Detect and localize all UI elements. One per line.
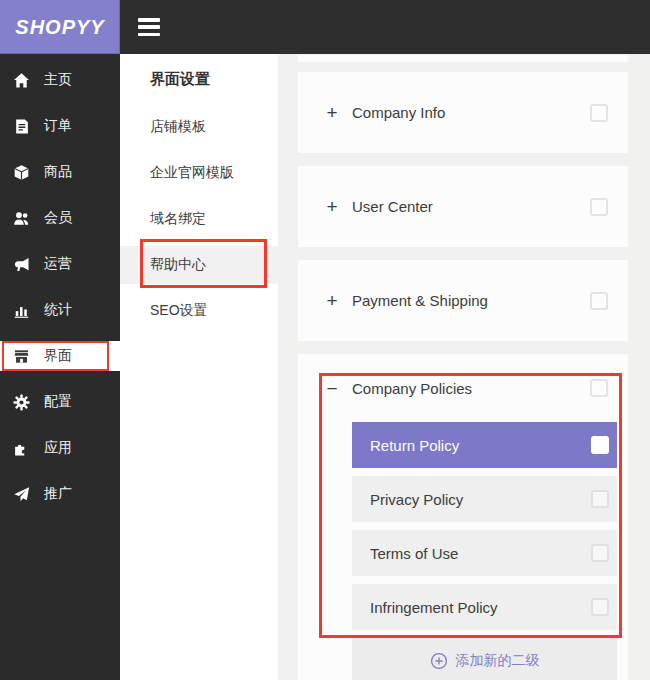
sidebar-item-label: 主页 — [44, 71, 72, 89]
circle-plus-icon — [430, 652, 448, 670]
expand-icon[interactable]: + — [325, 103, 339, 122]
interface-icon — [12, 347, 30, 365]
home-icon — [12, 71, 30, 89]
topbar — [120, 0, 650, 54]
orders-icon — [12, 117, 30, 135]
products-icon — [12, 163, 30, 181]
sidebar-item-orders[interactable]: 订单 — [0, 103, 120, 149]
submenu-item-shop-template[interactable]: 店铺模板 — [120, 104, 278, 150]
subpage-return-policy[interactable]: Return Policy — [352, 422, 617, 468]
hamburger-menu-icon[interactable] — [138, 18, 160, 36]
panel-label: Company Info — [352, 104, 445, 121]
panel-checkbox[interactable] — [590, 104, 608, 122]
subpage-checkbox[interactable] — [591, 598, 609, 616]
sidebar-item-label: 配置 — [44, 393, 72, 411]
sidebar-item-label: 推广 — [44, 485, 72, 503]
settings-icon — [12, 393, 30, 411]
expand-icon[interactable]: + — [325, 197, 339, 216]
members-icon — [12, 209, 30, 227]
subpage-label: Return Policy — [370, 437, 459, 454]
expand-icon[interactable]: + — [325, 291, 339, 310]
panel-company-policies: − Company Policies Return Policy Privacy… — [298, 354, 628, 680]
sidebar-item-label: 应用 — [44, 439, 72, 457]
marketing-icon — [12, 255, 30, 273]
sidebar-item-interface[interactable]: 界面 — [0, 341, 120, 371]
sidebar-item-label: 商品 — [44, 163, 72, 181]
panel-user-center[interactable]: + User Center — [298, 166, 628, 247]
subpage-checkbox[interactable] — [591, 436, 609, 454]
sidebar-item-statistics[interactable]: 统计 — [0, 287, 120, 333]
sidebar-item-label: 界面 — [44, 347, 72, 365]
sidebar-item-apps[interactable]: 应用 — [0, 425, 120, 471]
submenu-title: 界面设置 — [120, 54, 278, 104]
logo-text: SHOPYY — [15, 16, 104, 39]
collapse-icon[interactable]: − — [325, 379, 339, 398]
panel-company-policies-header[interactable]: − Company Policies — [298, 354, 628, 422]
subpage-label: Terms of Use — [370, 545, 458, 562]
logo: SHOPYY — [0, 0, 120, 54]
panel-company-info[interactable]: + Company Info — [298, 72, 628, 153]
sidebar-item-settings[interactable]: 配置 — [0, 379, 120, 425]
subpage-checkbox[interactable] — [591, 490, 609, 508]
panel-payment-shipping[interactable]: + Payment & Shipping — [298, 260, 628, 341]
app-window: SHOPYY 主页 订单 商品 — [0, 0, 650, 680]
statistics-icon — [12, 301, 30, 319]
submenu-item-seo-settings[interactable]: SEO设置 — [120, 288, 278, 334]
subpage-infringement-policy[interactable]: Infringement Policy — [352, 584, 617, 630]
main-content: + Company Info + User Center + Payment &… — [278, 54, 650, 680]
panel-checkbox[interactable] — [590, 292, 608, 310]
subpage-privacy-policy[interactable]: Privacy Policy — [352, 476, 617, 522]
sidebar-item-label: 运营 — [44, 255, 72, 273]
sidebar-item-label: 订单 — [44, 117, 72, 135]
add-subpage-label: 添加新的二级 — [456, 652, 540, 670]
submenu-item-domain-binding[interactable]: 域名绑定 — [120, 196, 278, 242]
sidebar-item-home[interactable]: 主页 — [0, 57, 120, 103]
panel-label: Payment & Shipping — [352, 292, 488, 309]
sidebar-item-label: 会员 — [44, 209, 72, 227]
panel-list: + Company Info + User Center + Payment &… — [298, 72, 628, 680]
interface-submenu: 界面设置 店铺模板 企业官网模版 域名绑定 帮助中心 SEO设置 — [120, 54, 278, 680]
sidebar-item-products[interactable]: 商品 — [0, 149, 120, 195]
subpage-checkbox[interactable] — [591, 544, 609, 562]
add-subpage-button[interactable]: 添加新的二级 — [352, 638, 617, 680]
subpage-label: Infringement Policy — [370, 599, 498, 616]
sidebar-item-promotion[interactable]: 推广 — [0, 471, 120, 517]
sidebar-item-marketing[interactable]: 运营 — [0, 241, 120, 287]
submenu-item-corporate-site-template[interactable]: 企业官网模版 — [120, 150, 278, 196]
submenu-item-help-center[interactable]: 帮助中心 — [120, 246, 278, 284]
partial-card-top — [298, 55, 628, 62]
sidebar-item-members[interactable]: 会员 — [0, 195, 120, 241]
sidebar-item-label: 统计 — [44, 301, 72, 319]
panel-label: User Center — [352, 198, 433, 215]
sidebar-nav: 主页 订单 商品 会员 运营 — [0, 54, 120, 680]
panel-checkbox[interactable] — [590, 379, 608, 397]
panel-label: Company Policies — [352, 380, 472, 397]
subpage-terms-of-use[interactable]: Terms of Use — [352, 530, 617, 576]
subpage-label: Privacy Policy — [370, 491, 463, 508]
promotion-icon — [12, 485, 30, 503]
apps-icon — [12, 439, 30, 457]
panel-checkbox[interactable] — [590, 198, 608, 216]
